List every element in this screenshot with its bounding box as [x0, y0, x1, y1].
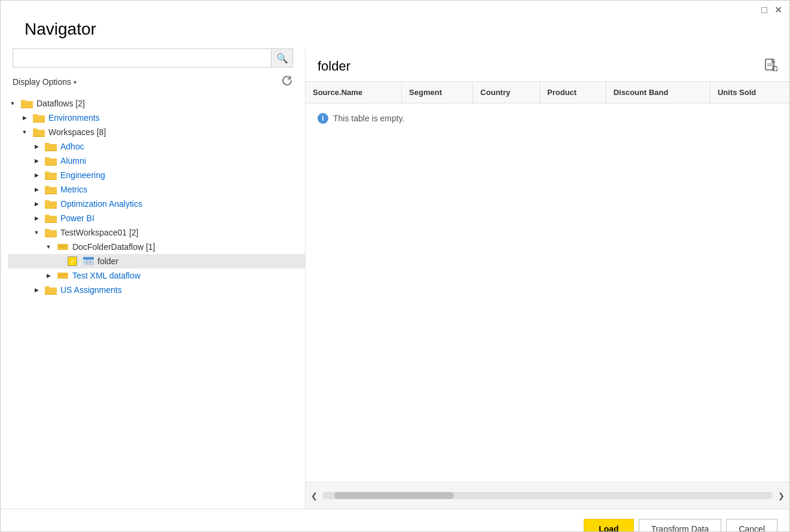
- display-options-label: Display Options: [13, 77, 71, 87]
- main-container: 🔍 Display Options ▾: [1, 48, 789, 509]
- svg-rect-35: [59, 247, 65, 248]
- toggle-alumni[interactable]: [32, 156, 41, 166]
- refresh-icon[interactable]: [281, 75, 293, 89]
- toggle-metrics[interactable]: [32, 185, 41, 194]
- folder-icon-alumni: [45, 156, 57, 166]
- display-options-row: Display Options ▾: [1, 75, 305, 96]
- folder-icon-usassignments: [45, 285, 57, 295]
- col-country: Country: [473, 82, 540, 103]
- info-icon: i: [318, 113, 328, 124]
- minimize-button[interactable]: □: [761, 5, 767, 15]
- toggle-workspaces[interactable]: [20, 127, 29, 137]
- empty-message: i This table is empty.: [306, 103, 789, 133]
- col-product: Product: [540, 82, 606, 103]
- svg-rect-44: [59, 274, 67, 275]
- tree-item-docfolder[interactable]: DocFolderDataflow [1]: [8, 240, 305, 254]
- toggle-testworkspace[interactable]: [32, 228, 41, 237]
- tree-item-workspaces[interactable]: Workspaces [8]: [8, 125, 305, 139]
- svg-rect-28: [45, 216, 57, 222]
- info-letter: i: [322, 114, 324, 123]
- svg-rect-31: [45, 230, 57, 237]
- close-button[interactable]: ✕: [774, 5, 782, 15]
- footer: Load Transform Data Cancel: [1, 509, 789, 532]
- folder-icon-metrics: [45, 185, 57, 194]
- folder-icon-optimization: [45, 199, 57, 209]
- checkbox-folder[interactable]: ✓: [68, 256, 77, 266]
- dataflow-icon-docfolder: [57, 242, 69, 252]
- label-workspaces: Workspaces [8]: [48, 127, 106, 137]
- tree-container: Dataflows [2] Environments Workspaces [8…: [1, 96, 305, 509]
- folder-icon-engineering: [45, 170, 57, 180]
- scrollbar-thumb[interactable]: [334, 492, 454, 499]
- toggle-environments[interactable]: [20, 113, 29, 123]
- right-panel: folder Source.Name Segment C: [306, 48, 789, 509]
- preview-icon[interactable]: [764, 58, 777, 74]
- horizontal-scrollbar: ❮ ❯: [306, 482, 789, 509]
- svg-rect-4: [21, 101, 33, 108]
- tree-item-testxml[interactable]: Test XML dataflow: [8, 268, 305, 283]
- tree-item-engineering[interactable]: Engineering: [8, 168, 305, 182]
- search-button[interactable]: 🔍: [271, 49, 292, 67]
- label-adhoc: Adhoc: [60, 142, 84, 151]
- transform-data-button[interactable]: Transform Data: [639, 519, 722, 532]
- tree-item-optimization[interactable]: Optimization Analytics: [8, 197, 305, 211]
- toggle-engineering[interactable]: [32, 170, 41, 180]
- col-discount-band: Discount Band: [606, 82, 710, 103]
- svg-rect-22: [45, 187, 57, 194]
- svg-rect-48: [45, 288, 57, 294]
- label-dataflows: Dataflows [2]: [36, 99, 85, 108]
- tree-item-adhoc[interactable]: Adhoc: [8, 139, 305, 154]
- tree-item-alumni[interactable]: Alumni: [8, 154, 305, 168]
- tree-item-environments[interactable]: Environments: [8, 111, 305, 125]
- search-bar: 🔍: [13, 48, 293, 68]
- folder-icon-environments: [33, 113, 45, 123]
- tree-item-usassignments[interactable]: US Assignments: [8, 283, 305, 297]
- folder-icon-workspaces: [33, 127, 45, 137]
- label-optimization: Optimization Analytics: [60, 199, 142, 209]
- col-units-sold: Units Sold: [710, 82, 789, 103]
- toggle-testxml[interactable]: [44, 271, 53, 280]
- search-input[interactable]: [13, 49, 271, 67]
- tree-item-powerbi[interactable]: Power BI: [8, 211, 305, 225]
- svg-rect-37: [83, 257, 94, 259]
- page-title: Navigator: [1, 20, 789, 48]
- preview-table-container: Source.Name Segment Country Product Disc…: [306, 82, 789, 482]
- left-panel: 🔍 Display Options ▾: [1, 48, 306, 509]
- tree-item-dataflows[interactable]: Dataflows [2]: [8, 96, 305, 111]
- title-bar: □ ✕: [1, 1, 789, 20]
- table-header: Source.Name Segment Country Product Disc…: [306, 82, 789, 103]
- toggle-powerbi[interactable]: [32, 213, 41, 223]
- col-segment: Segment: [402, 82, 473, 103]
- label-folder: folder: [97, 256, 118, 266]
- tree-item-metrics[interactable]: Metrics: [8, 182, 305, 197]
- toggle-optimization[interactable]: [32, 199, 41, 209]
- scroll-right-button[interactable]: ❯: [773, 487, 789, 504]
- svg-rect-33: [57, 244, 68, 249]
- folder-icon-testworkspace: [45, 228, 57, 237]
- empty-text: This table is empty.: [333, 114, 405, 123]
- svg-rect-25: [45, 201, 57, 208]
- table-body: i This table is empty.: [306, 103, 789, 134]
- scrollbar-track[interactable]: [322, 492, 773, 499]
- toggle-usassignments[interactable]: [32, 285, 41, 295]
- load-button[interactable]: Load: [584, 519, 633, 532]
- svg-rect-7: [33, 115, 45, 122]
- svg-rect-45: [59, 276, 65, 277]
- folder-icon-dataflows: [21, 99, 33, 108]
- toggle-adhoc[interactable]: [32, 142, 41, 151]
- toggle-docfolder[interactable]: [44, 242, 53, 252]
- scroll-left-button[interactable]: ❮: [306, 487, 322, 504]
- tree-item-testworkspace[interactable]: TestWorkspace01 [2]: [8, 225, 305, 240]
- svg-rect-19: [45, 173, 57, 179]
- label-environments: Environments: [48, 113, 100, 123]
- label-alumni: Alumni: [60, 156, 86, 166]
- display-options-button[interactable]: Display Options ▾: [13, 77, 77, 87]
- cancel-button[interactable]: Cancel: [726, 519, 777, 532]
- svg-rect-0: [291, 77, 292, 78]
- tree-item-folder[interactable]: ✓ folder: [8, 254, 305, 268]
- svg-line-53: [777, 71, 777, 71]
- dataflow-icon-testxml: [57, 271, 69, 280]
- toggle-dataflows[interactable]: [8, 99, 17, 108]
- svg-rect-16: [45, 158, 57, 165]
- preview-table: Source.Name Segment Country Product Disc…: [306, 82, 789, 133]
